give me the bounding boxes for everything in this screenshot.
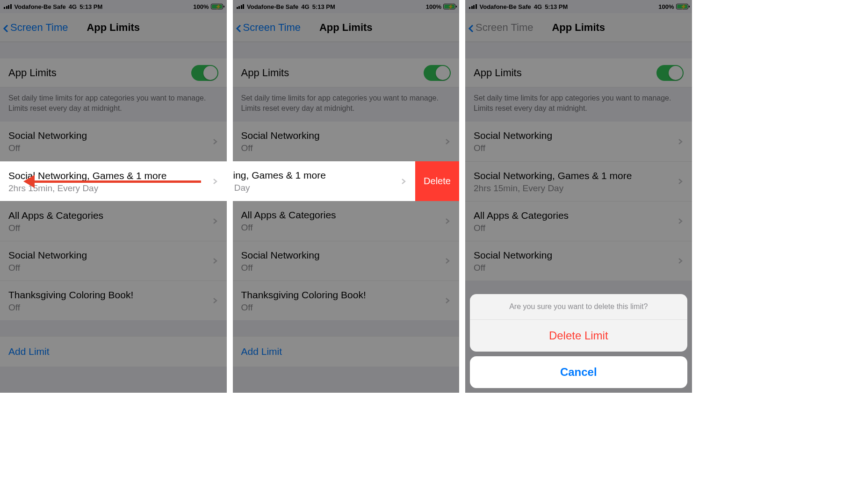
action-sheet: Are you sure you want to delete this lim… [470, 294, 687, 388]
cancel-button[interactable]: Cancel [470, 356, 687, 388]
delete-button[interactable]: Delete [415, 161, 459, 201]
chevron-right-icon [212, 178, 218, 185]
limit-subtitle: in, Every Day [233, 183, 401, 193]
limit-title: Networking, Games & 1 more [233, 169, 401, 181]
delete-limit-button[interactable]: Delete Limit [470, 320, 687, 352]
chevron-right-icon [400, 178, 407, 185]
cancel-label: Cancel [560, 366, 597, 378]
limit-row-highlighted[interactable]: Social Networking, Games & 1 more 2hrs 1… [0, 161, 227, 201]
limit-title: Social Networking, Games & 1 more [8, 170, 212, 181]
delete-label: Delete [424, 176, 451, 187]
delete-limit-label: Delete Limit [549, 329, 608, 342]
action-sheet-message: Are you sure you want to delete this lim… [470, 294, 687, 320]
limit-row-swiped[interactable]: Networking, Games & 1 more in, Every Day [233, 161, 416, 201]
limit-subtitle: 2hrs 15min, Every Day [8, 183, 212, 194]
